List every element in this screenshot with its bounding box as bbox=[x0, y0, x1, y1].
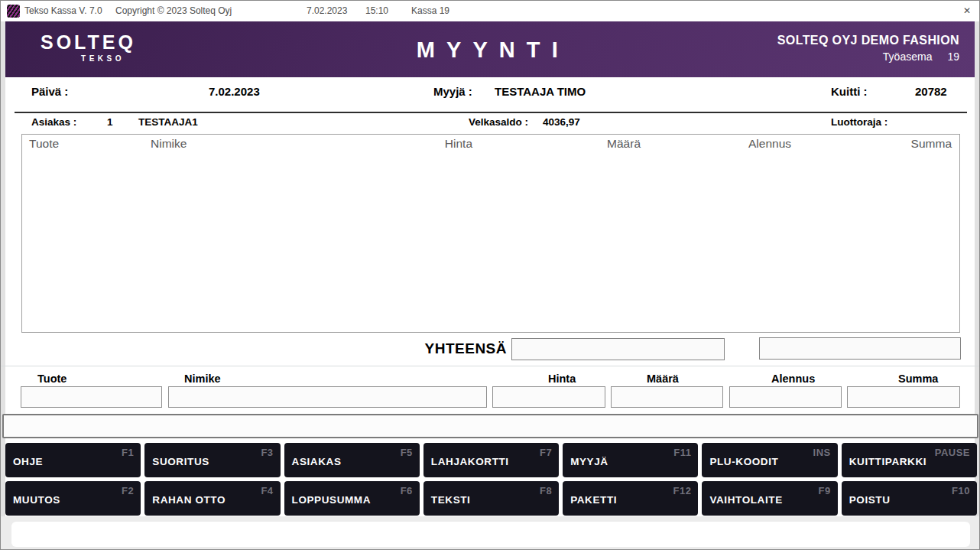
fkey-badge: F7 bbox=[540, 447, 552, 458]
maara-input[interactable] bbox=[611, 386, 723, 408]
store-info: SOLTEQ OYJ DEMO FASHION Työasema19 bbox=[777, 34, 959, 63]
function-button-grid: OHJE F1 SUORITUS F3 ASIAKAS F5 LAHJAKORT… bbox=[5, 443, 977, 516]
asiakas-button[interactable]: ASIAKAS F5 bbox=[284, 443, 420, 477]
debt-label: Velkasaldo : bbox=[469, 116, 528, 128]
copyright-text: Copyright © 2023 Solteq Oyj bbox=[115, 5, 232, 16]
button-label: LAHJAKORTTI bbox=[431, 455, 509, 467]
column-header-summa: Summa bbox=[911, 137, 952, 151]
fkey-badge: F8 bbox=[540, 485, 552, 496]
button-label: POISTU bbox=[849, 493, 891, 505]
credit-label: Luottoraja : bbox=[831, 116, 888, 128]
workstation-value: 19 bbox=[947, 50, 959, 63]
button-label: SUORITUS bbox=[152, 455, 209, 467]
section-divider bbox=[1, 366, 979, 366]
date-label: Päivä : bbox=[31, 85, 68, 98]
button-label: VAIHTOLAITE bbox=[709, 493, 782, 505]
fkey-badge: PAUSE bbox=[935, 447, 970, 458]
seller-label: Myyjä : bbox=[433, 85, 472, 98]
button-label: TEKSTI bbox=[431, 493, 471, 505]
fkey-badge: F5 bbox=[401, 447, 413, 458]
customer-label: Asiakas : bbox=[31, 116, 76, 128]
sale-lines-table: Tuote Nimike Hinta Määrä Alennus Summa bbox=[21, 134, 960, 333]
pos-window: Tekso Kassa V. 7.0 Copyright © 2023 Solt… bbox=[0, 0, 980, 550]
brand-subname: TEKSO bbox=[41, 54, 126, 63]
receipt-label: Kuitti : bbox=[831, 85, 867, 98]
fkey-badge: F11 bbox=[673, 447, 691, 458]
customer-name: TESTAAJA1 bbox=[138, 116, 198, 128]
fkey-badge: F12 bbox=[673, 485, 692, 496]
fkey-badge: F10 bbox=[952, 485, 970, 496]
app-title: Tekso Kassa V. 7.0 bbox=[24, 5, 102, 16]
fkey-badge: INS bbox=[813, 447, 831, 458]
fkey-badge: F4 bbox=[261, 485, 273, 496]
brand-name: SOLTEQ bbox=[41, 32, 126, 54]
fkey-badge: F2 bbox=[122, 485, 134, 496]
ohje-button[interactable]: OHJE F1 bbox=[5, 443, 141, 477]
nimike-input[interactable] bbox=[168, 386, 487, 408]
titlebar-time: 15:10 bbox=[365, 5, 388, 16]
workstation-info: Työasema19 bbox=[777, 50, 959, 63]
message-bar[interactable] bbox=[2, 414, 978, 438]
seller-value: TESTAAJA TIMO bbox=[495, 85, 586, 98]
vaihtolaite-button[interactable]: VAIHTOLAITE F9 bbox=[702, 481, 837, 516]
receipt-value: 20782 bbox=[915, 85, 947, 98]
lahjakortti-button[interactable]: LAHJAKORTTI F7 bbox=[423, 443, 559, 477]
entry-label-hinta: Hinta bbox=[548, 373, 576, 385]
total-value-box bbox=[511, 338, 725, 360]
fkey-badge: F9 bbox=[819, 485, 831, 496]
store-name: SOLTEQ OYJ DEMO FASHION bbox=[777, 34, 959, 47]
column-header-maara: Määrä bbox=[607, 137, 641, 151]
entry-label-summa: Summa bbox=[898, 373, 938, 385]
suoritus-button[interactable]: SUORITUS F3 bbox=[144, 443, 280, 477]
register-number: Kassa 19 bbox=[411, 5, 449, 16]
button-label: ASIAKAS bbox=[292, 455, 342, 467]
date-value: 7.02.2023 bbox=[209, 85, 260, 98]
summa-input[interactable] bbox=[847, 386, 960, 408]
debt-value: 4036,97 bbox=[543, 116, 580, 128]
teksti-button[interactable]: TEKSTI F8 bbox=[423, 481, 559, 516]
entry-label-nimike: Nimike bbox=[184, 373, 221, 385]
bottom-band bbox=[1, 516, 979, 549]
tuote-input[interactable] bbox=[21, 386, 162, 408]
total-secondary-box bbox=[759, 337, 961, 360]
button-label: LOPPUSUMMA bbox=[292, 493, 372, 505]
poistu-button[interactable]: POISTU F10 bbox=[842, 481, 977, 516]
entry-label-alennus: Alennus bbox=[771, 373, 815, 385]
column-header-hinta: Hinta bbox=[445, 137, 472, 151]
fkey-badge: F3 bbox=[261, 447, 273, 458]
kuittiparkki-button[interactable]: KUITTIPARKKI PAUSE bbox=[842, 443, 977, 477]
plu-koodit-button[interactable]: PLU-KOODIT INS bbox=[702, 443, 837, 477]
solteq-logo: SOLTEQ TEKSO bbox=[41, 32, 126, 63]
solteq-app-icon bbox=[7, 5, 20, 18]
workstation-label: Työasema bbox=[883, 50, 933, 63]
button-label: MUUTOS bbox=[13, 493, 60, 505]
button-label: RAHAN OTTO bbox=[152, 493, 226, 505]
entry-label-tuote: Tuote bbox=[37, 373, 67, 385]
total-label: YHTEENSÄ bbox=[414, 340, 507, 357]
page-title: MYYNTI bbox=[410, 37, 570, 62]
title-bar: Tekso Kassa V. 7.0 Copyright © 2023 Solt… bbox=[1, 1, 979, 21]
loppusumma-button[interactable]: LOPPUSUMMA F6 bbox=[284, 481, 420, 516]
column-header-tuote: Tuote bbox=[29, 137, 59, 151]
column-header-nimike: Nimike bbox=[151, 137, 187, 151]
fkey-badge: F6 bbox=[401, 485, 413, 496]
titlebar-date: 7.02.2023 bbox=[307, 5, 347, 16]
button-label: OHJE bbox=[13, 455, 43, 467]
table-header-row: Tuote Nimike Hinta Määrä Alennus Summa bbox=[22, 135, 959, 155]
button-label: KUITTIPARKKI bbox=[849, 455, 926, 467]
hinta-input[interactable] bbox=[492, 386, 605, 408]
button-label: PAKETTI bbox=[570, 493, 617, 505]
entry-label-maara: Määrä bbox=[647, 373, 679, 385]
paketti-button[interactable]: PAKETTI F12 bbox=[563, 481, 698, 516]
close-icon[interactable]: ✕ bbox=[963, 5, 971, 16]
alennus-input[interactable] bbox=[729, 386, 842, 408]
fkey-badge: F1 bbox=[122, 447, 134, 458]
muutos-button[interactable]: MUUTOS F2 bbox=[5, 481, 141, 516]
button-label: PLU-KOODIT bbox=[709, 455, 778, 467]
button-label: MYYJÄ bbox=[570, 455, 608, 467]
rahan-otto-button[interactable]: RAHAN OTTO F4 bbox=[144, 481, 280, 516]
divider-line bbox=[15, 112, 967, 113]
column-header-alennus: Alennus bbox=[748, 137, 791, 151]
customer-number: 1 bbox=[107, 116, 113, 128]
myyja-button[interactable]: MYYJÄ F11 bbox=[563, 443, 698, 477]
